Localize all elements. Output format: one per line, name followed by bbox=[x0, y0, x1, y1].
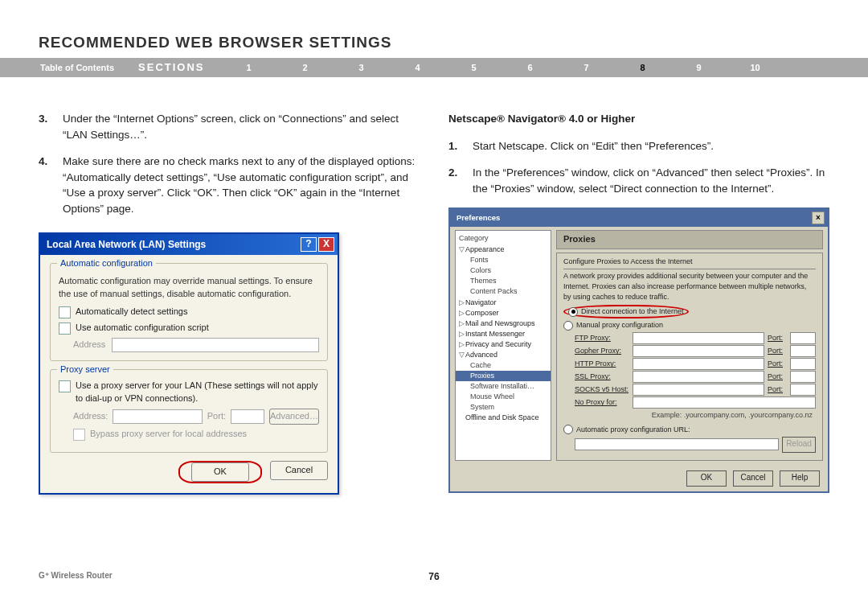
section-5[interactable]: 5 bbox=[446, 58, 502, 77]
auto-config-desc: Automatic configuration may override man… bbox=[59, 275, 319, 301]
config-script-checkbox[interactable]: Use automatic configuration script bbox=[59, 322, 319, 335]
configure-desc: Configure Proxies to Access the Internet bbox=[563, 257, 816, 267]
automatic-config-group: Automatic configuration Automatic config… bbox=[50, 263, 328, 361]
socks-input[interactable] bbox=[633, 384, 764, 396]
address-label: Address bbox=[73, 339, 105, 351]
help-button[interactable]: Help bbox=[780, 470, 820, 487]
direct-connection-radio[interactable]: Direct connection to the Internet bbox=[563, 305, 816, 318]
bypass-proxy-checkbox: Bypass proxy server for local addresses bbox=[73, 428, 319, 441]
step-text: Under the “Internet Options” screen, cli… bbox=[63, 111, 420, 142]
tree-offline[interactable]: Offline and Disk Space bbox=[456, 413, 551, 423]
radio-icon bbox=[563, 321, 573, 331]
port-label: Port: bbox=[768, 346, 787, 356]
dialog-title: Local Area Network (LAN) Settings bbox=[47, 238, 206, 252]
close-icon[interactable]: × bbox=[812, 212, 825, 224]
noproxy-label: No Proxy for: bbox=[575, 397, 629, 408]
tree-advanced[interactable]: ▽Advanced bbox=[456, 350, 551, 360]
left-column: 3. Under the “Internet Options” screen, … bbox=[39, 111, 420, 495]
proxy-address-label: Address: bbox=[73, 410, 108, 423]
manual-proxy-radio[interactable]: Manual proxy configuration bbox=[563, 320, 816, 331]
tree-colors[interactable]: Colors bbox=[456, 265, 551, 276]
section-10[interactable]: 10 bbox=[727, 58, 784, 77]
category-header: Category bbox=[456, 232, 551, 244]
ok-button[interactable]: OK bbox=[686, 470, 727, 487]
ssl-input[interactable] bbox=[633, 371, 764, 383]
port-label: Port: bbox=[768, 359, 787, 369]
http-input[interactable] bbox=[633, 358, 764, 370]
gopher-port[interactable] bbox=[790, 345, 816, 357]
noproxy-input[interactable] bbox=[633, 396, 816, 409]
close-icon[interactable]: X bbox=[318, 237, 334, 252]
panel-heading: Proxies bbox=[556, 230, 823, 249]
gopher-label: Gopher Proxy: bbox=[575, 346, 629, 356]
step-text: Make sure there are no check marks next … bbox=[63, 154, 420, 216]
auto-config-radio[interactable]: Automatic proxy configuration URL: bbox=[563, 425, 816, 435]
tree-navigator[interactable]: ▷Navigator bbox=[456, 298, 551, 308]
ssl-port[interactable] bbox=[790, 371, 816, 383]
help-icon[interactable]: ? bbox=[301, 237, 317, 252]
cancel-button[interactable]: Cancel bbox=[733, 470, 773, 487]
http-port[interactable] bbox=[790, 358, 816, 370]
toc-link[interactable]: Table of Contents bbox=[10, 58, 122, 77]
example-text: Example: .yourcompany.com, .yourcompany.… bbox=[563, 410, 816, 421]
section-6[interactable]: 6 bbox=[502, 58, 559, 77]
ftp-input[interactable] bbox=[633, 332, 764, 344]
ssl-label: SSL Proxy: bbox=[575, 372, 629, 382]
direct-connection-highlight: Direct connection to the Internet bbox=[563, 305, 689, 318]
section-1[interactable]: 1 bbox=[221, 58, 277, 77]
radio-label: Manual proxy configuration bbox=[576, 320, 663, 331]
auto-url-input[interactable] bbox=[575, 438, 779, 450]
section-8[interactable]: 8 bbox=[615, 58, 671, 77]
tree-composer[interactable]: ▷Composer bbox=[456, 308, 551, 318]
port-label: Port: bbox=[768, 333, 787, 343]
section-nav: Table of Contents SECTIONS 1 2 3 4 5 6 7… bbox=[0, 58, 868, 77]
page-number: 76 bbox=[428, 571, 439, 582]
tree-proxies[interactable]: Proxies bbox=[456, 371, 551, 381]
tree-software[interactable]: Software Installati… bbox=[456, 381, 551, 392]
dialog-titlebar: Preferences × bbox=[450, 209, 828, 227]
proxy-port-input bbox=[231, 409, 264, 424]
category-tree[interactable]: Category ▽Appearance Fonts Colors Themes… bbox=[455, 230, 551, 460]
radio-icon bbox=[568, 307, 578, 317]
product-name: G⁺ Wireless Router bbox=[39, 571, 113, 580]
checkbox-icon bbox=[59, 306, 71, 318]
section-7[interactable]: 7 bbox=[559, 58, 615, 77]
radio-label: Automatic proxy configuration URL: bbox=[576, 425, 690, 435]
proxy-address-input bbox=[113, 409, 202, 424]
right-column: Netscape® Navigator® 4.0 or Higher 1. St… bbox=[448, 111, 829, 495]
tree-fonts[interactable]: Fonts bbox=[456, 255, 551, 265]
gopher-input[interactable] bbox=[633, 345, 764, 357]
cancel-button[interactable]: Cancel bbox=[270, 461, 328, 480]
step-number: 4. bbox=[39, 154, 51, 216]
tree-system[interactable]: System bbox=[456, 402, 551, 413]
proxy-server-group: Proxy server Use a proxy server for your… bbox=[50, 369, 328, 453]
ok-button[interactable]: OK bbox=[191, 462, 249, 482]
port-label: Port: bbox=[768, 384, 787, 395]
section-2[interactable]: 2 bbox=[277, 58, 334, 77]
section-4[interactable]: 4 bbox=[390, 58, 446, 77]
checkbox-label: Use automatic configuration script bbox=[76, 322, 209, 335]
step-number: 2. bbox=[448, 165, 461, 196]
tree-privacy[interactable]: ▷Privacy and Security bbox=[456, 339, 551, 350]
socks-port[interactable] bbox=[790, 384, 816, 396]
tree-themes[interactable]: Themes bbox=[456, 276, 551, 286]
tree-im[interactable]: ▷Instant Messenger bbox=[456, 329, 551, 339]
tree-mouse[interactable]: Mouse Wheel bbox=[456, 392, 551, 402]
tree-cache[interactable]: Cache bbox=[456, 360, 551, 371]
step-text: Start Netscape. Click on “Edit” then “Pr… bbox=[473, 138, 714, 154]
tree-content-packs[interactable]: Content Packs bbox=[456, 286, 551, 297]
tree-appearance[interactable]: ▽Appearance bbox=[456, 244, 551, 255]
socks-label: SOCKS v5 Host: bbox=[575, 384, 629, 395]
ftp-port[interactable] bbox=[790, 332, 816, 344]
ok-button-highlight: OK bbox=[178, 461, 262, 483]
radio-label: Direct connection to the Internet bbox=[581, 306, 684, 317]
use-proxy-checkbox[interactable]: Use a proxy server for your LAN (These s… bbox=[59, 380, 319, 405]
section-3[interactable]: 3 bbox=[334, 58, 390, 77]
netscape-preferences-dialog: Preferences × Category ▽Appearance Fonts… bbox=[448, 207, 829, 492]
section-9[interactable]: 9 bbox=[671, 58, 727, 77]
checkbox-label: Automatically detect settings bbox=[76, 306, 187, 318]
dialog-titlebar: Local Area Network (LAN) Settings ? X bbox=[40, 234, 338, 255]
detect-settings-checkbox[interactable]: Automatically detect settings bbox=[59, 306, 319, 318]
port-label: Port: bbox=[768, 372, 787, 382]
tree-mail[interactable]: ▷Mail and Newsgroups bbox=[456, 318, 551, 329]
